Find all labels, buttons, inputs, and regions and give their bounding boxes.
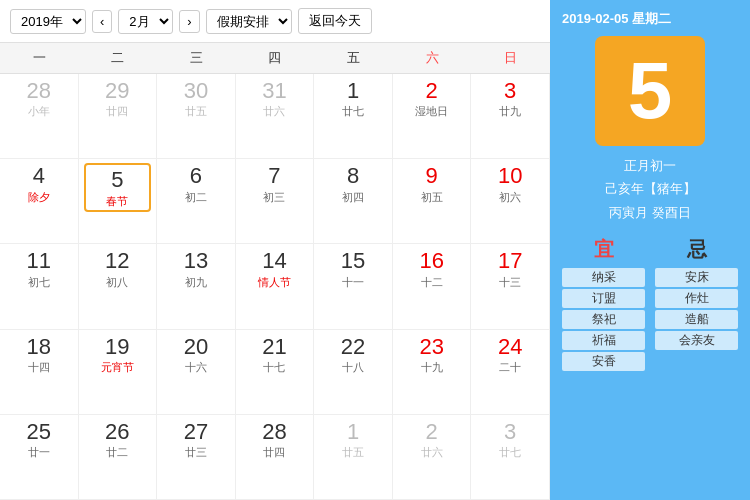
cell-num: 31 bbox=[262, 78, 286, 104]
cell-num: 2 bbox=[426, 78, 438, 104]
cell-num: 11 bbox=[27, 248, 51, 274]
weekday-sat: 六 bbox=[393, 43, 472, 73]
cal-cell[interactable]: 20十六 bbox=[157, 330, 236, 415]
cell-num: 7 bbox=[268, 163, 280, 189]
cell-num: 10 bbox=[498, 163, 522, 189]
cal-cell[interactable]: 28廿四 bbox=[236, 415, 315, 500]
cal-cell[interactable]: 16十二 bbox=[393, 244, 472, 329]
yi-item-2: 祭祀 bbox=[562, 310, 645, 329]
cal-cell[interactable]: 30廿五 bbox=[157, 74, 236, 159]
cal-cell[interactable]: 7初三 bbox=[236, 159, 315, 244]
ji-item-0: 安床 bbox=[655, 268, 738, 287]
cell-sub: 十九 bbox=[421, 360, 443, 374]
cell-sub: 除夕 bbox=[28, 190, 50, 204]
cal-cell[interactable]: 1廿五 bbox=[314, 415, 393, 500]
cal-cell[interactable]: 8初四 bbox=[314, 159, 393, 244]
cell-sub: 廿四 bbox=[263, 445, 285, 459]
weekdays-header: 一 二 三 四 五 六 日 bbox=[0, 43, 550, 74]
cell-sub: 初九 bbox=[185, 275, 207, 289]
weekday-thu: 四 bbox=[236, 43, 315, 73]
cal-cell[interactable]: 31廿六 bbox=[236, 74, 315, 159]
yi-ji-section: 宜 纳采 订盟 祭祀 祈福 安香 忌 安床 作灶 造船 会亲友 bbox=[562, 236, 738, 372]
info-date-line: 2019-02-05 星期二 bbox=[562, 10, 671, 28]
cell-sub: 十三 bbox=[499, 275, 521, 289]
cell-num: 26 bbox=[105, 419, 129, 445]
cal-cell[interactable]: 13初九 bbox=[157, 244, 236, 329]
cell-sub: 十一 bbox=[342, 275, 364, 289]
cell-num: 5 bbox=[111, 167, 123, 193]
cell-num: 3 bbox=[504, 78, 516, 104]
month-select[interactable]: 2月 bbox=[118, 9, 173, 34]
big-date-box: 5 bbox=[595, 36, 705, 146]
cell-sub: 元宵节 bbox=[101, 360, 134, 374]
cell-num: 1 bbox=[347, 419, 359, 445]
cell-num: 18 bbox=[27, 334, 51, 360]
cell-num: 6 bbox=[190, 163, 202, 189]
cal-cell[interactable]: 22十八 bbox=[314, 330, 393, 415]
cal-cell[interactable]: 25廿一 bbox=[0, 415, 79, 500]
cell-sub: 廿一 bbox=[28, 445, 50, 459]
weekday-mon: 一 bbox=[0, 43, 79, 73]
cell-sub: 初三 bbox=[263, 190, 285, 204]
cal-cell[interactable]: 5春节 bbox=[79, 159, 158, 244]
cal-cell[interactable]: 9初五 bbox=[393, 159, 472, 244]
cell-sub: 廿五 bbox=[342, 445, 364, 459]
yi-item-0: 纳采 bbox=[562, 268, 645, 287]
next-month-button[interactable]: › bbox=[179, 10, 199, 33]
cell-sub: 廿二 bbox=[106, 445, 128, 459]
cal-cell[interactable]: 17十三 bbox=[471, 244, 550, 329]
cal-cell[interactable]: 2湿地日 bbox=[393, 74, 472, 159]
year-select[interactable]: 2019年 bbox=[10, 9, 86, 34]
cal-cell[interactable]: 27廿三 bbox=[157, 415, 236, 500]
cal-cell[interactable]: 3廿七 bbox=[471, 415, 550, 500]
yi-item-1: 订盟 bbox=[562, 289, 645, 308]
cell-num: 3 bbox=[504, 419, 516, 445]
cal-cell[interactable]: 19元宵节 bbox=[79, 330, 158, 415]
cal-cell[interactable]: 1廿七 bbox=[314, 74, 393, 159]
cell-sub: 廿五 bbox=[185, 104, 207, 118]
cell-sub: 十四 bbox=[28, 360, 50, 374]
cell-num: 4 bbox=[33, 163, 45, 189]
cell-num: 29 bbox=[105, 78, 129, 104]
cell-num: 14 bbox=[262, 248, 286, 274]
cal-cell[interactable]: 11初七 bbox=[0, 244, 79, 329]
cal-cell[interactable]: 6初二 bbox=[157, 159, 236, 244]
cell-sub: 初二 bbox=[185, 190, 207, 204]
lunar-line2: 己亥年【猪年】 bbox=[605, 177, 696, 200]
cal-cell[interactable]: 2廿六 bbox=[393, 415, 472, 500]
holiday-select[interactable]: 假期安排 bbox=[206, 9, 292, 34]
cell-num: 17 bbox=[498, 248, 522, 274]
cal-cell[interactable]: 24二十 bbox=[471, 330, 550, 415]
ji-item-3: 会亲友 bbox=[655, 331, 738, 350]
cell-sub: 廿三 bbox=[185, 445, 207, 459]
today-button[interactable]: 返回今天 bbox=[298, 8, 372, 34]
cell-num: 2 bbox=[426, 419, 438, 445]
weekday-tue: 二 bbox=[79, 43, 158, 73]
prev-month-button[interactable]: ‹ bbox=[92, 10, 112, 33]
cell-sub: 廿七 bbox=[499, 445, 521, 459]
cell-num: 13 bbox=[184, 248, 208, 274]
cal-cell[interactable]: 14情人节 bbox=[236, 244, 315, 329]
cal-cell[interactable]: 3廿九 bbox=[471, 74, 550, 159]
yi-block: 宜 纳采 订盟 祭祀 祈福 安香 bbox=[562, 236, 645, 372]
cell-num: 15 bbox=[341, 248, 365, 274]
ji-block: 忌 安床 作灶 造船 会亲友 bbox=[655, 236, 738, 372]
cell-sub: 廿六 bbox=[263, 104, 285, 118]
cal-cell[interactable]: 10初六 bbox=[471, 159, 550, 244]
cal-cell[interactable]: 4除夕 bbox=[0, 159, 79, 244]
cal-cell[interactable]: 23十九 bbox=[393, 330, 472, 415]
lunar-info: 正月初一 己亥年【猪年】 丙寅月 癸酉日 bbox=[605, 154, 696, 224]
cal-cell[interactable]: 28小年 bbox=[0, 74, 79, 159]
cal-cell[interactable]: 26廿二 bbox=[79, 415, 158, 500]
lunar-line3: 丙寅月 癸酉日 bbox=[605, 201, 696, 224]
big-day-number: 5 bbox=[628, 51, 673, 131]
cal-cell[interactable]: 12初八 bbox=[79, 244, 158, 329]
cal-cell[interactable]: 21十七 bbox=[236, 330, 315, 415]
cell-sub: 情人节 bbox=[258, 275, 291, 289]
cell-num: 27 bbox=[184, 419, 208, 445]
cal-cell[interactable]: 15十一 bbox=[314, 244, 393, 329]
cal-cell[interactable]: 29廿四 bbox=[79, 74, 158, 159]
cell-num: 23 bbox=[419, 334, 443, 360]
cal-cell[interactable]: 18十四 bbox=[0, 330, 79, 415]
ji-item-1: 作灶 bbox=[655, 289, 738, 308]
